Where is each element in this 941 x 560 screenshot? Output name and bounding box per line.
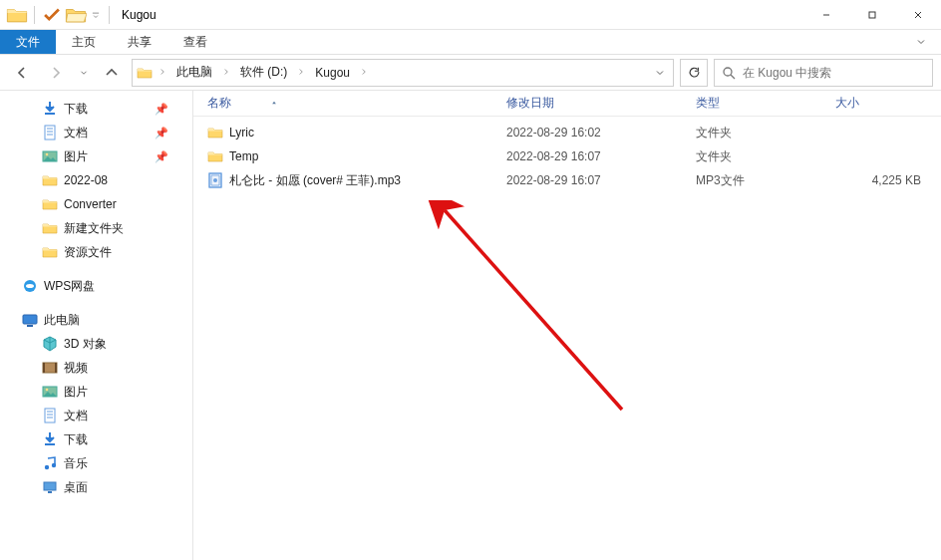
open-folder-icon[interactable] [65,4,87,26]
file-row[interactable]: 札仑比 - 如愿 (cover# 王菲).mp3 2022-08-29 16:0… [193,168,941,192]
maximize-button[interactable] [849,0,895,30]
file-type: 文件夹 [682,148,821,165]
nav-this-pc-item[interactable]: 视频 [0,356,192,380]
tab-label: 查看 [183,34,207,51]
window-title: Kugou [122,8,157,22]
file-row[interactable]: Lyric 2022-08-29 16:02 文件夹 [193,121,941,144]
document-icon [42,125,58,140]
breadcrumb-drive[interactable]: 软件 (D:) [236,62,291,83]
breadcrumb-folder[interactable]: Kugou [311,64,354,82]
chevron-right-icon[interactable] [358,67,370,79]
recent-locations-button[interactable] [76,59,92,87]
search-input[interactable] [743,66,926,80]
nav-label: 下载 [64,101,88,118]
nav-quick-access-item[interactable]: 资源文件 [0,240,192,264]
music-icon [42,455,58,471]
tab-label: 文件 [16,34,40,51]
window-controls [803,0,941,30]
file-date: 2022-08-29 16:07 [492,173,682,187]
nav-this-pc-item[interactable]: 音乐 [0,451,192,475]
column-header-type[interactable]: 类型 [682,95,821,112]
nav-quick-access-item[interactable]: 文档📌 [0,121,192,144]
ribbon-tabs: 文件 主页 共享 查看 [0,30,941,55]
file-name: Temp [229,149,258,163]
nav-quick-access-item[interactable]: 图片📌 [0,144,192,168]
nav-label: 此电脑 [44,312,80,329]
nav-this-pc-item[interactable]: 3D 对象 [0,332,192,356]
nav-this-pc-item[interactable]: 桌面 [0,475,192,499]
ribbon-expand-button[interactable] [901,30,941,54]
address-dropdown-button[interactable] [651,67,669,79]
nav-quick-access-item[interactable]: Converter [0,192,192,216]
picture-icon [42,384,58,400]
nav-label: 图片 [64,384,88,401]
column-headers: 名称 修改日期 类型 大小 [193,91,941,117]
column-label: 类型 [696,96,720,110]
nav-label: 文档 [64,125,88,141]
breadcrumb-this-pc[interactable]: 此电脑 [172,62,216,83]
breadcrumb-label: 软件 (D:) [240,64,287,81]
mp3-icon [207,172,223,188]
file-row[interactable]: Temp 2022-08-29 16:07 文件夹 [193,144,941,168]
nav-this-pc[interactable]: 此电脑 [0,308,192,332]
tab-file[interactable]: 文件 [0,30,56,54]
column-header-name[interactable]: 名称 [193,95,492,112]
tab-home[interactable]: 主页 [56,30,112,54]
nav-this-pc-item[interactable]: 下载 [0,427,192,451]
minimize-button[interactable] [803,0,849,30]
document-icon [42,408,58,423]
search-icon [721,65,737,81]
picture-icon [42,148,58,164]
desktop-icon [42,479,58,495]
file-type: 文件夹 [682,125,821,141]
nav-quick-access-item[interactable]: 下载📌 [0,97,192,121]
search-box[interactable] [714,59,933,87]
annotation-arrow [393,200,652,429]
chevron-right-icon[interactable] [157,67,168,79]
file-list: Lyric 2022-08-29 16:02 文件夹 Temp 2022-08-… [193,117,941,192]
folder-icon [207,148,223,164]
close-button[interactable] [895,0,941,30]
file-name: 札仑比 - 如愿 (cover# 王菲).mp3 [229,172,401,189]
back-button[interactable] [8,59,36,87]
nav-label: 下载 [64,431,88,448]
folder-icon[interactable] [6,4,28,26]
pin-icon: 📌 [155,127,168,140]
qat-dropdown-icon[interactable] [89,4,103,26]
content-pane: 名称 修改日期 类型 大小 Lyric 2022-08-29 16:02 文件夹… [193,91,941,560]
folder-icon [42,196,58,212]
quick-access-toolbar: Kugou [0,4,157,26]
nav-label: 图片 [64,148,88,165]
nav-quick-access-item[interactable]: 2022-08 [0,168,192,192]
file-date: 2022-08-29 16:07 [492,149,682,163]
column-header-size[interactable]: 大小 [821,95,941,112]
tab-share[interactable]: 共享 [112,30,167,54]
address-bar[interactable]: 此电脑 软件 (D:) Kugou [132,59,674,87]
column-header-date[interactable]: 修改日期 [492,95,682,112]
tab-view[interactable]: 查看 [167,30,223,54]
pin-icon: 📌 [155,150,168,163]
nav-this-pc-item[interactable]: 文档 [0,404,192,427]
nav-label: 桌面 [64,479,88,496]
up-button[interactable] [98,59,126,87]
column-label: 名称 [207,95,231,112]
nav-quick-access-item[interactable]: 新建文件夹 [0,216,192,240]
nav-label: 新建文件夹 [64,220,124,237]
separator [109,6,110,24]
forward-button[interactable] [42,59,70,87]
file-type: MP3文件 [682,172,821,189]
svg-line-24 [445,210,622,410]
nav-wps[interactable]: WPS网盘 [0,274,192,298]
sort-asc-icon [269,97,279,111]
address-bar-row: 此电脑 软件 (D:) Kugou [0,55,941,91]
chevron-right-icon[interactable] [295,67,307,79]
nav-label: 2022-08 [64,173,108,187]
refresh-button[interactable] [680,59,708,87]
breadcrumb-label: 此电脑 [176,64,212,81]
nav-this-pc-item[interactable]: 图片 [0,380,192,404]
chevron-right-icon[interactable] [220,67,232,79]
nav-label: 文档 [64,408,88,424]
title-bar: Kugou [0,0,941,30]
properties-icon[interactable] [41,4,63,26]
download-icon [42,431,58,447]
